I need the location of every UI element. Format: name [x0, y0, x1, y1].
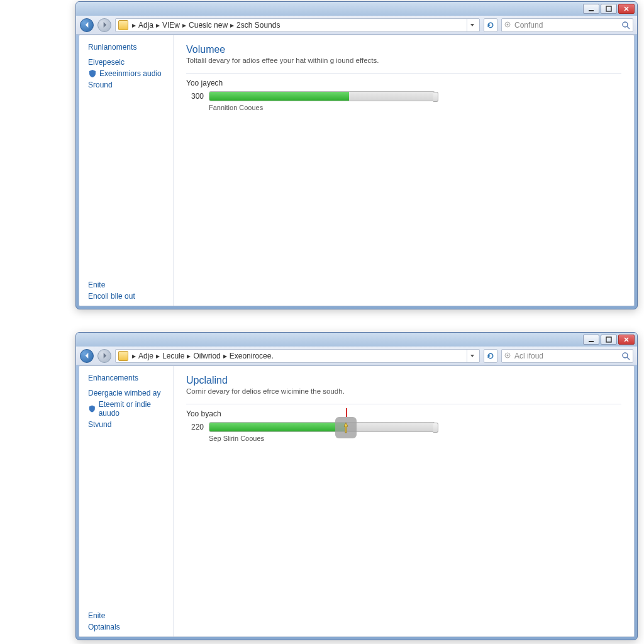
breadcrumb-seg[interactable]: VIEw — [162, 21, 180, 30]
forward-button[interactable] — [97, 18, 111, 32]
sidebar: Enhancements Deergacie wimbed ay Eteemit… — [79, 366, 174, 636]
slider-value: 300 — [186, 92, 204, 101]
sidebar: Runlanoments Eivepeseic Exeeinmiors audi… — [79, 35, 174, 306]
chevron-right-icon: ▸ — [155, 352, 161, 360]
search-placeholder: Acl ifoud — [514, 352, 543, 360]
page-title: Upclalind — [186, 375, 621, 386]
slider-label: Yoo jayech — [186, 79, 621, 87]
content: Upclalind Cornir devary for delios efrce… — [174, 366, 634, 636]
sidebar-bottom-link[interactable]: Encoil blle out — [88, 292, 167, 301]
sidebar-link[interactable]: Exeeinmiors audio — [88, 69, 167, 78]
breadcrumb-seg[interactable]: Cuesic new — [189, 21, 228, 30]
back-button[interactable] — [80, 18, 94, 32]
svg-point-10 — [623, 353, 628, 358]
sidebar-bottom-link[interactable]: Enite — [88, 280, 167, 289]
chevron-right-icon: ▸ — [131, 352, 137, 360]
slider-endcap — [433, 423, 438, 433]
slider-fill — [209, 423, 345, 431]
search-hint-icon — [504, 21, 512, 29]
svg-rect-6 — [589, 341, 594, 342]
divider — [186, 404, 621, 404]
slider-label: Yoo byach — [186, 409, 621, 418]
sidebar-link[interactable]: Sround — [88, 80, 167, 89]
breadcrumb-seg[interactable]: Adja — [138, 21, 153, 30]
sidebar-bottom-link[interactable]: Optainals — [88, 623, 167, 631]
volume-slider[interactable] — [209, 422, 435, 432]
slider-caption: Fannition Cooues — [209, 104, 621, 111]
svg-point-4 — [623, 22, 628, 27]
search-input[interactable]: Acl ifoud — [501, 349, 633, 363]
breadcrumb[interactable]: ▸ Adje ▸ Lecule ▸ Oilwriod ▸ Exeonirocee… — [115, 349, 480, 363]
sidebar-link[interactable]: Eivepeseic — [88, 58, 167, 67]
breadcrumb-seg[interactable]: Oilwriod — [193, 352, 220, 360]
chevron-right-icon: ▸ — [131, 21, 137, 30]
svg-point-3 — [507, 23, 509, 25]
window-volume: ▸ Adja ▸ VIEw ▸ Cuesic new ▸ 2sch Sounds… — [75, 1, 638, 309]
sidebar-link[interactable]: Deergacie wimbed ay — [88, 389, 167, 397]
shield-icon — [88, 69, 97, 78]
titlebar — [76, 2, 637, 16]
breadcrumb-seg[interactable]: Adje — [138, 352, 153, 360]
slider-fill — [209, 92, 349, 101]
page-subtitle: Toltalil devary for adios effee your hat… — [186, 57, 621, 64]
content: Volumee Toltalil devary for adios effee … — [174, 35, 634, 306]
breadcrumb-seg[interactable]: Lecule — [162, 352, 184, 360]
chevron-right-icon: ▸ — [222, 352, 228, 360]
search-icon — [621, 21, 630, 30]
svg-rect-1 — [606, 6, 611, 11]
back-button[interactable] — [80, 349, 94, 363]
svg-line-5 — [627, 26, 630, 29]
minimize-button[interactable] — [583, 4, 599, 14]
sidebar-heading: Runlanoments — [88, 43, 167, 52]
page-title: Volumee — [186, 44, 621, 55]
page-subtitle: Cornir devary for delios efrce wicimine … — [186, 387, 621, 395]
minimize-button[interactable] — [583, 335, 599, 345]
search-hint-icon — [504, 352, 512, 360]
breadcrumb[interactable]: ▸ Adja ▸ VIEw ▸ Cuesic new ▸ 2sch Sounds — [115, 18, 480, 32]
sidebar-link[interactable]: Stvund — [88, 420, 167, 429]
chevron-right-icon: ▸ — [186, 352, 192, 360]
forward-button[interactable] — [97, 349, 111, 363]
sidebar-heading: Enhancements — [88, 374, 167, 382]
breadcrumb-seg[interactable]: 2sch Sounds — [236, 21, 280, 30]
slider-caption: Sep Slirin Cooues — [209, 435, 621, 442]
sidebar-link[interactable]: Eteemit or indie auudo — [88, 400, 167, 418]
titlebar — [76, 333, 637, 347]
window-enhancements: ▸ Adje ▸ Lecule ▸ Oilwriod ▸ Exeonirocee… — [75, 332, 638, 640]
refresh-button[interactable] — [484, 18, 497, 32]
close-button[interactable] — [618, 335, 635, 345]
svg-rect-7 — [606, 337, 611, 342]
body: Enhancements Deergacie wimbed ay Eteemit… — [79, 365, 635, 637]
slider-endcap — [433, 92, 438, 102]
maximize-button[interactable] — [601, 4, 617, 14]
search-input[interactable]: Confund — [501, 18, 633, 32]
svg-line-11 — [627, 357, 630, 360]
close-button[interactable] — [618, 4, 635, 14]
body: Runlanoments Eivepeseic Exeeinmiors audi… — [79, 35, 635, 306]
svg-rect-0 — [589, 10, 594, 11]
folder-icon — [118, 351, 128, 361]
chevron-right-icon: ▸ — [181, 21, 187, 30]
shield-icon — [88, 404, 96, 413]
search-placeholder: Confund — [514, 21, 543, 30]
sidebar-bottom-link[interactable]: Enite — [88, 611, 167, 620]
maximize-button[interactable] — [601, 335, 617, 345]
divider — [186, 73, 621, 74]
breadcrumb-dropdown[interactable] — [467, 19, 477, 31]
breadcrumb-dropdown[interactable] — [467, 350, 477, 362]
refresh-button[interactable] — [484, 349, 497, 363]
chevron-right-icon: ▸ — [155, 21, 161, 30]
chevron-right-icon: ▸ — [229, 21, 235, 30]
volume-slider[interactable] — [209, 91, 435, 101]
breadcrumb-seg[interactable]: Exeonirocee. — [230, 352, 274, 360]
search-icon — [621, 352, 630, 360]
slider-value: 220 — [186, 423, 204, 431]
svg-point-9 — [507, 354, 509, 356]
nav-row: ▸ Adje ▸ Lecule ▸ Oilwriod ▸ Exeonirocee… — [76, 347, 637, 365]
nav-row: ▸ Adja ▸ VIEw ▸ Cuesic new ▸ 2sch Sounds… — [76, 16, 637, 35]
folder-icon — [118, 20, 128, 30]
